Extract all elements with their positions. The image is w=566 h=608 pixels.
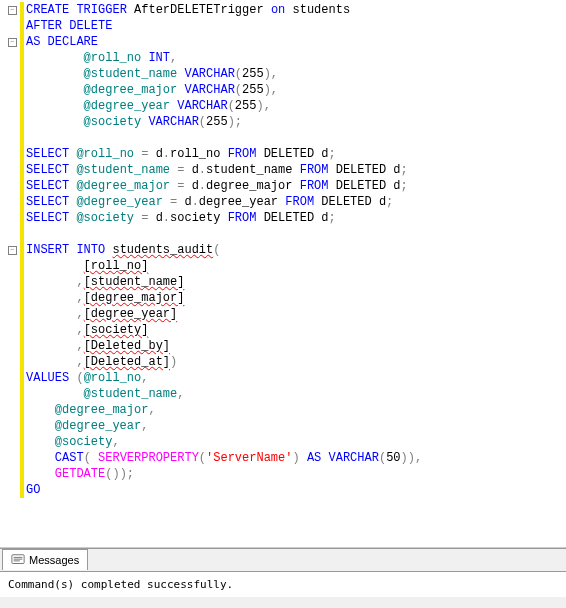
code-line[interactable]: @student_name,: [4, 386, 566, 402]
code-line[interactable]: ,[student_name]: [4, 274, 566, 290]
code-text[interactable]: CAST( SERVERPROPERTY('ServerName') AS VA…: [26, 450, 422, 466]
code-text[interactable]: AFTER DELETE: [26, 18, 112, 34]
code-text[interactable]: INSERT INTO students_audit(: [26, 242, 220, 258]
change-bar: [20, 258, 24, 274]
code-line[interactable]: @degree_major,: [4, 402, 566, 418]
change-bar: [20, 66, 24, 82]
fold-toggle[interactable]: −: [8, 6, 17, 15]
change-bar: [20, 34, 24, 50]
change-bar: [20, 466, 24, 482]
fold-toggle[interactable]: −: [8, 246, 17, 255]
change-bar: [20, 450, 24, 466]
code-text[interactable]: SELECT @degree_major = d.degree_major FR…: [26, 178, 408, 194]
code-line[interactable]: VALUES (@roll_no,: [4, 370, 566, 386]
change-bar: [20, 98, 24, 114]
change-bar: [20, 306, 24, 322]
gutter: −: [4, 246, 20, 255]
gutter: −: [4, 38, 20, 47]
code-text[interactable]: CREATE TRIGGER AfterDELETETrigger on stu…: [26, 2, 350, 18]
change-bar: [20, 370, 24, 386]
code-text[interactable]: SELECT @roll_no = d.roll_no FROM DELETED…: [26, 146, 336, 162]
code-text[interactable]: @degree_year VARCHAR(255),: [26, 98, 271, 114]
code-line[interactable]: @degree_major VARCHAR(255),: [4, 82, 566, 98]
code-line[interactable]: CAST( SERVERPROPERTY('ServerName') AS VA…: [4, 450, 566, 466]
fold-toggle[interactable]: −: [8, 38, 17, 47]
code-line[interactable]: @degree_year VARCHAR(255),: [4, 98, 566, 114]
code-text[interactable]: SELECT @degree_year = d.degree_year FROM…: [26, 194, 393, 210]
code-line[interactable]: AFTER DELETE: [4, 18, 566, 34]
change-bar: [20, 242, 24, 258]
code-line[interactable]: [roll_no]: [4, 258, 566, 274]
code-line[interactable]: SELECT @degree_major = d.degree_major FR…: [4, 178, 566, 194]
code-line[interactable]: GETDATE());: [4, 466, 566, 482]
change-bar: [20, 82, 24, 98]
change-bar: [20, 2, 24, 18]
code-line[interactable]: @society,: [4, 434, 566, 450]
code-line[interactable]: ,[degree_major]: [4, 290, 566, 306]
change-bar: [20, 162, 24, 178]
code-line[interactable]: GO: [4, 482, 566, 498]
code-text[interactable]: ,[society]: [26, 322, 148, 338]
change-bar: [20, 418, 24, 434]
code-line[interactable]: @society VARCHAR(255);: [4, 114, 566, 130]
change-bar: [20, 386, 24, 402]
change-bar: [20, 354, 24, 370]
code-line[interactable]: SELECT @degree_year = d.degree_year FROM…: [4, 194, 566, 210]
code-text[interactable]: VALUES (@roll_no,: [26, 370, 148, 386]
change-bar: [20, 130, 24, 146]
messages-tab[interactable]: Messages: [2, 549, 88, 570]
change-bar: [20, 18, 24, 34]
code-line[interactable]: ,[Deleted_at]): [4, 354, 566, 370]
code-text[interactable]: @roll_no INT,: [26, 50, 177, 66]
code-line[interactable]: @degree_year,: [4, 418, 566, 434]
code-line[interactable]: ,[Deleted_by]: [4, 338, 566, 354]
code-text[interactable]: [26, 130, 33, 146]
code-line[interactable]: ,[degree_year]: [4, 306, 566, 322]
change-bar: [20, 274, 24, 290]
code-line[interactable]: −INSERT INTO students_audit(: [4, 242, 566, 258]
code-line[interactable]: [4, 226, 566, 242]
change-bar: [20, 322, 24, 338]
code-text[interactable]: ,[student_name]: [26, 274, 184, 290]
messages-text: Command(s) completed successfully.: [8, 578, 233, 591]
change-bar: [20, 482, 24, 498]
code-text[interactable]: ,[degree_major]: [26, 290, 184, 306]
change-bar: [20, 194, 24, 210]
code-text[interactable]: @degree_year,: [26, 418, 148, 434]
change-bar: [20, 290, 24, 306]
code-editor[interactable]: −CREATE TRIGGER AfterDELETETrigger on st…: [0, 0, 566, 548]
code-text[interactable]: SELECT @society = d.society FROM DELETED…: [26, 210, 336, 226]
code-line[interactable]: −AS DECLARE: [4, 34, 566, 50]
code-line[interactable]: SELECT @student_name = d.student_name FR…: [4, 162, 566, 178]
code-text[interactable]: [roll_no]: [26, 258, 148, 274]
messages-tab-label: Messages: [29, 554, 79, 566]
code-line[interactable]: ,[society]: [4, 322, 566, 338]
code-line[interactable]: [4, 130, 566, 146]
code-text[interactable]: @society VARCHAR(255);: [26, 114, 242, 130]
code-text[interactable]: AS DECLARE: [26, 34, 98, 50]
change-bar: [20, 178, 24, 194]
code-text[interactable]: ,[Deleted_at]): [26, 354, 177, 370]
code-text[interactable]: @student_name VARCHAR(255),: [26, 66, 278, 82]
code-line[interactable]: SELECT @roll_no = d.roll_no FROM DELETED…: [4, 146, 566, 162]
code-text[interactable]: @degree_major VARCHAR(255),: [26, 82, 278, 98]
code-text[interactable]: @student_name,: [26, 386, 184, 402]
code-text[interactable]: ,[Deleted_by]: [26, 338, 170, 354]
messages-icon: [11, 553, 25, 567]
code-line[interactable]: @roll_no INT,: [4, 50, 566, 66]
code-line[interactable]: @student_name VARCHAR(255),: [4, 66, 566, 82]
code-line[interactable]: SELECT @society = d.society FROM DELETED…: [4, 210, 566, 226]
code-text[interactable]: [26, 226, 33, 242]
change-bar: [20, 434, 24, 450]
code-text[interactable]: @society,: [26, 434, 120, 450]
messages-panel: Messages Command(s) completed successful…: [0, 548, 566, 608]
code-line[interactable]: −CREATE TRIGGER AfterDELETETrigger on st…: [4, 2, 566, 18]
code-text[interactable]: SELECT @student_name = d.student_name FR…: [26, 162, 408, 178]
code-text[interactable]: ,[degree_year]: [26, 306, 177, 322]
gutter: −: [4, 6, 20, 15]
code-text[interactable]: @degree_major,: [26, 402, 156, 418]
code-text[interactable]: GO: [26, 482, 40, 498]
code-text[interactable]: GETDATE());: [26, 466, 134, 482]
change-bar: [20, 402, 24, 418]
change-bar: [20, 114, 24, 130]
